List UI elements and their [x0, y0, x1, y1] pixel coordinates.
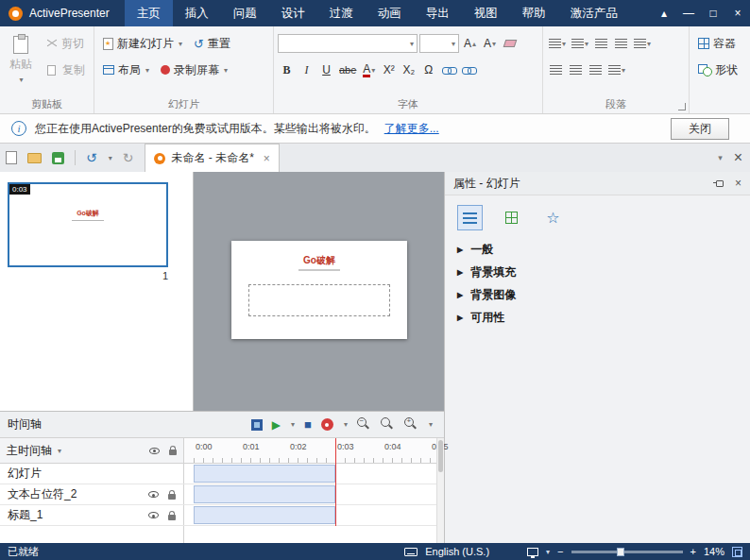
section-background-image[interactable]: ▶背景图像: [445, 283, 750, 306]
notification-close-button[interactable]: 关闭: [671, 118, 729, 140]
zoom-in-button[interactable]: +: [690, 546, 696, 557]
playhead[interactable]: [335, 438, 336, 526]
scrollbar-thumb[interactable]: [438, 440, 443, 472]
eye-icon[interactable]: [148, 512, 159, 518]
line-spacing-button[interactable]: ▾: [632, 34, 653, 53]
record-screen-button[interactable]: 录制屏幕▾: [156, 60, 232, 80]
open-project-icon[interactable]: [27, 153, 42, 163]
new-slide-button[interactable]: 新建幻灯片▾: [98, 34, 187, 54]
container-button[interactable]: 容器: [693, 34, 741, 54]
timeline-ruler[interactable]: 0:00 0:01 0:02 0:03 0:04 0:05: [184, 438, 444, 463]
timeline-bar[interactable]: [194, 485, 335, 503]
document-tab[interactable]: 未命名 - 未命名* ×: [145, 144, 279, 172]
properties-tab-effects[interactable]: ☆: [540, 205, 566, 230]
font-size-select[interactable]: ▾: [419, 34, 459, 53]
shrink-font-button[interactable]: A▾: [481, 34, 499, 53]
new-project-icon[interactable]: [6, 151, 17, 164]
properties-tab-size[interactable]: [499, 205, 524, 230]
align-left-button[interactable]: [547, 60, 565, 79]
slide-thumbnail[interactable]: 0:03 Go破解: [8, 182, 168, 267]
timeline-scrollbar[interactable]: [436, 438, 444, 543]
properties-close-icon[interactable]: ×: [735, 177, 741, 190]
chevron-down-icon[interactable]: ▾: [291, 420, 295, 429]
timeline-bar[interactable]: [194, 465, 335, 483]
zoom-in-icon[interactable]: +: [404, 417, 418, 432]
minimize-button[interactable]: —: [676, 0, 701, 26]
chevron-down-icon[interactable]: ▾: [109, 154, 112, 162]
tab-questions[interactable]: 问题: [221, 0, 269, 26]
shapes-button[interactable]: 形状: [693, 60, 742, 80]
font-family-select[interactable]: ▾: [278, 34, 418, 53]
layout-button[interactable]: 布局▾: [98, 60, 154, 80]
tab-transitions[interactable]: 过渡: [317, 0, 366, 26]
chevron-down-icon[interactable]: ▾: [546, 548, 550, 556]
superscript-button[interactable]: X²: [380, 60, 398, 79]
track-label-text-placeholder[interactable]: 文本占位符_2: [0, 484, 184, 504]
zoom-slider[interactable]: [571, 551, 683, 553]
align-center-button[interactable]: [567, 60, 585, 79]
cut-button[interactable]: 剪切: [42, 34, 89, 54]
tab-export[interactable]: 导出: [414, 0, 462, 26]
paragraph-dialog-launcher-icon[interactable]: [678, 103, 686, 110]
tab-list-icon[interactable]: ▾: [718, 153, 723, 162]
decrease-indent-button[interactable]: [592, 34, 610, 53]
play-icon[interactable]: ▶: [272, 418, 281, 432]
tab-animations[interactable]: 动画: [366, 0, 414, 26]
track-lane-text-placeholder[interactable]: [184, 484, 444, 504]
pane-close-icon[interactable]: ×: [734, 149, 742, 166]
strikethrough-button[interactable]: abe: [337, 60, 358, 79]
paste-button[interactable]: 粘贴 ▾: [4, 30, 38, 89]
tab-activate-product[interactable]: 激活产品: [558, 0, 630, 26]
monitor-icon[interactable]: [527, 548, 538, 556]
save-icon[interactable]: [52, 152, 64, 164]
redo-icon[interactable]: ↻: [123, 150, 134, 165]
subscript-button[interactable]: X₂: [400, 60, 418, 79]
italic-button[interactable]: I: [298, 60, 315, 79]
clear-formatting-button[interactable]: [501, 34, 519, 53]
hyperlink-button[interactable]: [439, 60, 457, 79]
increase-indent-button[interactable]: [612, 34, 630, 53]
reset-button[interactable]: ↺重置: [189, 34, 235, 54]
tab-help[interactable]: 帮助: [510, 0, 558, 26]
track-lane-title[interactable]: [184, 505, 444, 525]
copy-button[interactable]: 复制: [42, 60, 90, 80]
slide-title-text[interactable]: Go破解: [231, 254, 407, 267]
justify-button[interactable]: ▾: [606, 60, 627, 79]
lock-icon[interactable]: [168, 494, 176, 500]
track-label-title[interactable]: 标题_1: [0, 505, 184, 525]
slide[interactable]: Go破解: [231, 241, 407, 339]
zoom-slider-thumb[interactable]: [617, 548, 624, 556]
numbered-list-button[interactable]: ▾: [570, 34, 590, 53]
lock-icon[interactable]: [168, 515, 176, 520]
font-color-button[interactable]: A▾: [360, 60, 378, 79]
track-lane-slide[interactable]: [184, 464, 444, 484]
underline-button[interactable]: U: [317, 60, 335, 79]
collapse-ribbon-icon[interactable]: ▴: [652, 0, 676, 26]
properties-tab-slide[interactable]: [457, 205, 483, 230]
canvas[interactable]: Go破解: [194, 172, 444, 411]
close-button[interactable]: ×: [725, 0, 750, 26]
align-right-button[interactable]: [587, 60, 605, 79]
section-background-fill[interactable]: ▶背景填充: [445, 261, 750, 283]
chevron-down-icon[interactable]: ▾: [429, 420, 433, 429]
section-accessibility[interactable]: ▶可用性: [445, 306, 750, 329]
chevron-down-icon[interactable]: ▾: [344, 420, 348, 429]
tab-insert[interactable]: 插入: [173, 0, 221, 26]
remove-hyperlink-button[interactable]: [459, 60, 477, 79]
language-selector[interactable]: English (U.S.): [425, 546, 489, 557]
tab-design[interactable]: 设计: [269, 0, 317, 26]
maximize-button[interactable]: □: [701, 0, 725, 26]
document-tab-close-icon[interactable]: ×: [264, 152, 270, 165]
zoom-reset-icon[interactable]: [381, 417, 395, 432]
pin-icon[interactable]: [713, 178, 724, 189]
eye-icon[interactable]: [149, 448, 160, 454]
eye-icon[interactable]: [148, 491, 159, 498]
bullet-list-button[interactable]: ▾: [547, 34, 568, 53]
insert-symbol-button[interactable]: Ω: [419, 60, 437, 79]
learn-more-link[interactable]: 了解更多...: [384, 121, 439, 137]
timeline-selector[interactable]: 主时间轴 ▾: [0, 438, 184, 463]
tab-home[interactable]: 主页: [125, 0, 173, 26]
tab-view[interactable]: 视图: [462, 0, 510, 26]
fit-to-window-icon[interactable]: [732, 547, 742, 557]
record-narration-icon[interactable]: [321, 418, 333, 431]
